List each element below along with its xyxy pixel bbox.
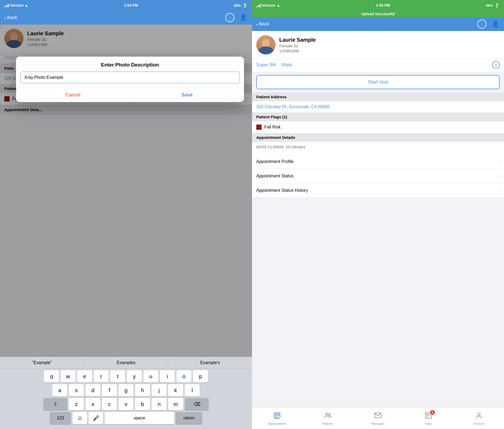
right-address-header: Patient Address (252, 92, 504, 101)
dialog-title: Enter Photo Description (16, 57, 244, 72)
suggestion-0[interactable]: "Example" (0, 358, 84, 368)
keyboard-row-1: q w e r t y u i o p (0, 369, 252, 383)
svg-rect-8 (277, 417, 278, 418)
right-patient-header: Laurie Sample Female 31 12/08/1990 (252, 31, 504, 59)
upload-banner: Upload Successful (252, 11, 504, 17)
right-flag-label: Fall Risk (264, 125, 281, 130)
key-i[interactable]: i (160, 370, 175, 383)
messages-icon (374, 412, 382, 421)
key-y[interactable]: y (127, 370, 142, 383)
tab-account[interactable]: Account (468, 412, 490, 425)
key-p[interactable]: p (193, 370, 208, 383)
key-numbers[interactable]: 123 (50, 412, 71, 424)
tab-tasks[interactable]: 6 Tasks (418, 412, 439, 425)
dialog-cancel-button[interactable]: Cancel (16, 88, 130, 102)
right-patient-dob: 12/08/1990 (279, 49, 500, 53)
key-f[interactable]: f (102, 384, 117, 396)
right-patient-gender: Female 31 (279, 44, 500, 48)
right-battery-icon: 🔋 (494, 3, 500, 8)
appointment-profile-row[interactable]: Appointment Profile › (252, 154, 504, 169)
appointment-status-row[interactable]: Appointment Status › (252, 169, 504, 183)
svg-rect-7 (275, 417, 276, 418)
right-nav-bar: ‹ Back ⋮ 👤 (252, 17, 504, 31)
key-v[interactable]: v (119, 398, 133, 410)
key-x[interactable]: x (85, 398, 100, 410)
more-options-button[interactable]: ⋮ (225, 13, 234, 22)
contact-menu-button[interactable]: 👤 (239, 13, 248, 22)
key-shift[interactable]: ⇧ (43, 398, 67, 410)
right-battery-percent: 58% (486, 3, 493, 7)
key-b[interactable]: b (135, 398, 150, 410)
key-backspace[interactable]: ⌫ (185, 398, 209, 410)
key-s[interactable]: s (69, 384, 84, 396)
photo-description-input[interactable] (20, 72, 240, 83)
right-address[interactable]: 328 Gibraltar Dr, Sunnyvale, CA 60005 (256, 104, 330, 109)
key-l[interactable]: l (185, 384, 200, 396)
svg-point-9 (325, 413, 328, 415)
right-super-bill-link[interactable]: Super Bill (256, 62, 276, 68)
right-tab-bar: Appointments Patients Messages (252, 408, 504, 429)
key-a[interactable]: a (52, 384, 67, 396)
key-space[interactable]: space (105, 412, 174, 424)
key-n[interactable]: n (152, 398, 167, 410)
right-info-button[interactable]: i (492, 61, 500, 69)
key-m[interactable]: m (168, 398, 183, 410)
key-w[interactable]: w (61, 370, 76, 383)
left-time: 1:50 PM (124, 3, 138, 7)
key-q[interactable]: q (44, 370, 59, 383)
key-o[interactable]: o (176, 370, 191, 383)
suggestion-1[interactable]: Examples (84, 358, 168, 368)
right-appt-time: 04/29 11:00AM, 10 minutes (252, 142, 504, 154)
key-e[interactable]: e (77, 370, 92, 383)
right-back-button[interactable]: ‹ Back (256, 21, 269, 27)
left-back-button[interactable]: ‹ Back (4, 15, 17, 21)
appointment-status-history-label: Appointment Status History (256, 188, 308, 193)
key-k[interactable]: k (168, 384, 183, 396)
right-back-icon: ‹ (256, 21, 258, 27)
key-d[interactable]: d (85, 384, 100, 396)
key-emoji[interactable]: ☺ (73, 412, 87, 424)
suggestion-2[interactable]: Example's (168, 358, 252, 368)
dialog-actions: Cancel Save (16, 88, 244, 102)
messages-tab-label: Messages (371, 422, 385, 425)
key-j[interactable]: j (152, 384, 167, 396)
appointment-profile-chevron: › (498, 159, 500, 164)
keyboard-home-bar (0, 426, 252, 429)
key-g[interactable]: g (119, 384, 133, 396)
right-patient-avatar (256, 35, 275, 54)
key-r[interactable]: r (94, 370, 109, 383)
contact-icon: 👤 (240, 14, 247, 21)
right-patient-info: Laurie Sample Female 31 12/08/1990 (279, 37, 500, 53)
dialog-save-button[interactable]: Save (130, 88, 244, 102)
right-carrier-label: Verizon (262, 3, 275, 7)
start-visit-button[interactable]: Start Visit (256, 75, 500, 89)
tab-messages[interactable]: Messages (367, 412, 389, 425)
right-vitals-link[interactable]: Vitals (281, 62, 292, 68)
right-contact-menu-button[interactable]: 👤 (491, 20, 500, 29)
right-status-bar: Verizon ▲ 1:50 PM 58% 🔋 (252, 0, 504, 11)
key-u[interactable]: u (143, 370, 158, 383)
tab-appointments[interactable]: Appointments (266, 412, 288, 425)
battery-percent: 58% (234, 3, 241, 7)
photo-description-dialog: Enter Photo Description Cancel Save (16, 57, 244, 102)
key-h[interactable]: h (135, 384, 150, 396)
svg-rect-4 (275, 415, 276, 416)
key-return[interactable]: return (176, 412, 202, 424)
tab-patients[interactable]: Patients (317, 412, 338, 425)
key-c[interactable]: c (102, 398, 117, 410)
right-dots-icon: ⋮ (479, 21, 484, 27)
keyboard-row-3: ⇧ z x c v b n m ⌫ (0, 396, 252, 410)
key-t[interactable]: t (110, 370, 125, 383)
appointment-status-history-row[interactable]: Appointment Status History › (252, 183, 504, 198)
right-info-icon: i (495, 63, 497, 67)
key-z[interactable]: z (69, 398, 84, 410)
right-more-options-button[interactable]: ⋮ (477, 20, 486, 29)
signal-icon (4, 3, 9, 7)
right-flag-row: Fall Risk (252, 121, 504, 133)
right-flag-icon (256, 124, 262, 130)
patients-tab-label: Patients (322, 422, 333, 425)
left-battery-area: 58% 🔋 (234, 3, 248, 8)
appointment-profile-label: Appointment Profile (256, 159, 294, 164)
key-mic[interactable]: 🎤 (89, 412, 103, 424)
right-battery-area: 58% 🔋 (486, 3, 500, 8)
